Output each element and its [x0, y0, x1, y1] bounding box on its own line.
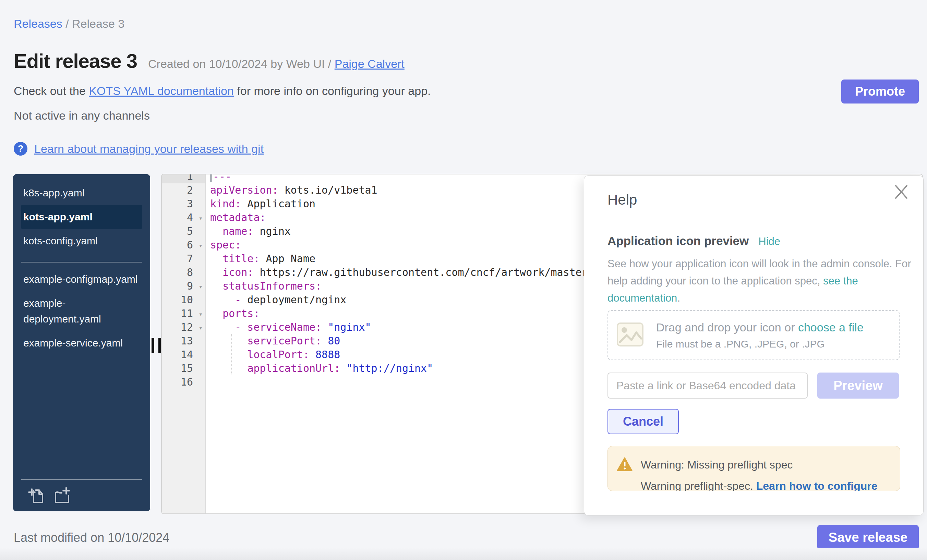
- code-text: localPort: 8888: [205, 348, 340, 361]
- warning-title: Warning: Missing preflight spec: [641, 458, 793, 471]
- help-panel: Help Application icon preview Hide See h…: [584, 176, 924, 516]
- image-placeholder-icon: [616, 322, 644, 348]
- line-number: 2: [162, 184, 205, 197]
- code-text: - deployment/nginx: [205, 293, 346, 307]
- fold-caret-icon[interactable]: ▾: [199, 280, 203, 293]
- code-text: [205, 375, 210, 389]
- breadcrumb-current: Release 3: [72, 17, 125, 30]
- save-release-button[interactable]: Save release: [817, 525, 919, 550]
- file-item-kots-app.yaml[interactable]: kots-app.yaml: [21, 205, 142, 229]
- icon-url-input[interactable]: [608, 373, 808, 399]
- code-text: spec:: [205, 238, 241, 252]
- line-number: 5: [162, 225, 205, 238]
- line-number: 12▾: [162, 320, 205, 334]
- code-text: title: App Name: [205, 252, 315, 266]
- icon-preview-section-header: Application icon preview Hide: [608, 234, 780, 248]
- file-item-kots-config.yaml[interactable]: kots-config.yaml: [21, 229, 142, 253]
- sidebar-bottom: [13, 479, 150, 511]
- cancel-button[interactable]: Cancel: [608, 409, 679, 434]
- breadcrumb-releases-link[interactable]: Releases: [14, 17, 62, 30]
- channel-status: Not active in any channels: [14, 109, 150, 122]
- bottom-gradient-strip: [0, 548, 927, 560]
- page-description: Check out the KOTS YAML documentation fo…: [14, 84, 431, 98]
- title-row: Edit release 3 Created on 10/10/2024 by …: [14, 49, 404, 72]
- last-modified-text: Last modified on 10/10/2024: [14, 531, 169, 545]
- line-number: 11▾: [162, 307, 205, 320]
- fold-caret-icon[interactable]: ▾: [199, 321, 203, 334]
- created-info: Created on 10/10/2024 by Web UI / Paige …: [148, 57, 404, 71]
- icon-preview-description: See how your application icon will look …: [608, 255, 923, 307]
- file-item-k8s-app.yaml[interactable]: k8s-app.yaml: [21, 181, 142, 205]
- indent-guide: [231, 334, 232, 375]
- created-author-link[interactable]: Paige Calvert: [334, 57, 404, 70]
- code-text: applicationUrl: "http://nginx": [205, 361, 433, 375]
- line-number: 6▾: [162, 238, 205, 252]
- close-icon[interactable]: [894, 184, 908, 201]
- line-number: 4▾: [162, 211, 205, 225]
- sidebar-bottom-divider: [21, 479, 142, 480]
- description-suffix: .: [677, 292, 680, 304]
- line-number: 10: [162, 293, 205, 307]
- learn-how-to-configure-link[interactable]: Learn how to configure: [756, 480, 878, 491]
- code-text: - serviceName: "nginx": [205, 320, 371, 334]
- code-text: name: nginx: [205, 225, 291, 238]
- line-number: 9▾: [162, 279, 205, 293]
- description-suffix: for more info on configuring your app.: [234, 84, 431, 97]
- warning-detail-text: Warning preflight-spec.: [641, 480, 756, 491]
- file-tree-sidebar: k8s-app.yamlkots-app.yamlkots-config.yam…: [13, 174, 150, 511]
- preview-button[interactable]: Preview: [817, 373, 899, 399]
- text-cursor: [210, 174, 212, 182]
- file-tree-divider: [21, 262, 142, 263]
- kots-yaml-doc-link[interactable]: KOTS YAML documentation: [89, 84, 234, 97]
- preflight-warning-box: Warning: Missing preflight spec Warning …: [608, 446, 900, 491]
- code-text: ---: [205, 174, 231, 184]
- choose-a-file-link[interactable]: choose a file: [798, 321, 863, 334]
- breadcrumb-separator: /: [62, 17, 72, 30]
- sidebar-resize-handle[interactable]: [152, 338, 161, 353]
- description-prefix: Check out the: [14, 84, 89, 97]
- fold-caret-icon[interactable]: ▾: [199, 211, 203, 225]
- warning-detail: Warning preflight-spec. Learn how to con…: [641, 480, 878, 491]
- file-item-example-service.yaml[interactable]: example-service.yaml: [21, 331, 142, 355]
- dropzone-hint: File must be a .PNG, .JPEG, or .JPG: [656, 338, 863, 350]
- code-text: apiVersion: kots.io/v1beta1: [205, 184, 377, 197]
- fold-caret-icon[interactable]: ▾: [199, 307, 203, 321]
- description-line-1: See how your application icon will look …: [608, 258, 850, 270]
- line-number: 7: [162, 252, 205, 266]
- line-number: 1: [162, 174, 205, 184]
- line-number: 8: [162, 266, 205, 279]
- code-text: ports:: [205, 307, 260, 320]
- question-mark-icon: ?: [14, 142, 27, 156]
- breadcrumb: Releases / Release 3: [14, 17, 125, 30]
- code-text: metadata:: [205, 211, 266, 225]
- page-title: Edit release 3: [14, 49, 137, 72]
- handle-bar: [152, 338, 154, 353]
- warning-triangle-icon: [617, 457, 632, 473]
- git-help-row[interactable]: ? Learn about managing your releases wit…: [14, 142, 264, 156]
- code-text: statusInformers:: [205, 279, 322, 293]
- icon-preview-title: Application icon preview: [608, 234, 749, 248]
- line-number: 16: [162, 375, 205, 389]
- code-text: kind: Application: [205, 197, 315, 211]
- line-number: 3: [162, 197, 205, 211]
- promote-button[interactable]: Promote: [841, 79, 919, 103]
- git-help-link[interactable]: Learn about managing your releases with …: [34, 142, 264, 156]
- created-text: Created on 10/10/2024 by Web UI /: [148, 57, 334, 70]
- icon-dropzone[interactable]: Drag and drop your icon or choose a file…: [608, 310, 900, 360]
- dropzone-prompt-text: Drag and drop your icon or: [656, 321, 798, 334]
- file-group-examples: example-configmap.yamlexample-deployment…: [13, 267, 150, 355]
- upload-file-icon[interactable]: [27, 486, 44, 504]
- line-number: 14: [162, 348, 205, 361]
- dropzone-prompt: Drag and drop your icon or choose a file: [656, 321, 863, 334]
- code-text: servicePort: 80: [205, 334, 340, 348]
- code-text: icon: https://raw.githubusercontent.com/…: [205, 266, 594, 279]
- handle-bar: [158, 338, 161, 353]
- file-group-kots: k8s-app.yamlkots-app.yamlkots-config.yam…: [13, 181, 150, 253]
- hide-link[interactable]: Hide: [758, 235, 780, 248]
- new-file-icon[interactable]: [53, 486, 71, 504]
- help-panel-title: Help: [608, 191, 637, 208]
- line-number: 15: [162, 361, 205, 375]
- fold-caret-icon[interactable]: ▾: [199, 238, 203, 252]
- file-item-example-configmap.yaml[interactable]: example-configmap.yaml: [21, 267, 142, 291]
- file-item-example-deployment.yaml[interactable]: example-deployment.yaml: [21, 291, 142, 331]
